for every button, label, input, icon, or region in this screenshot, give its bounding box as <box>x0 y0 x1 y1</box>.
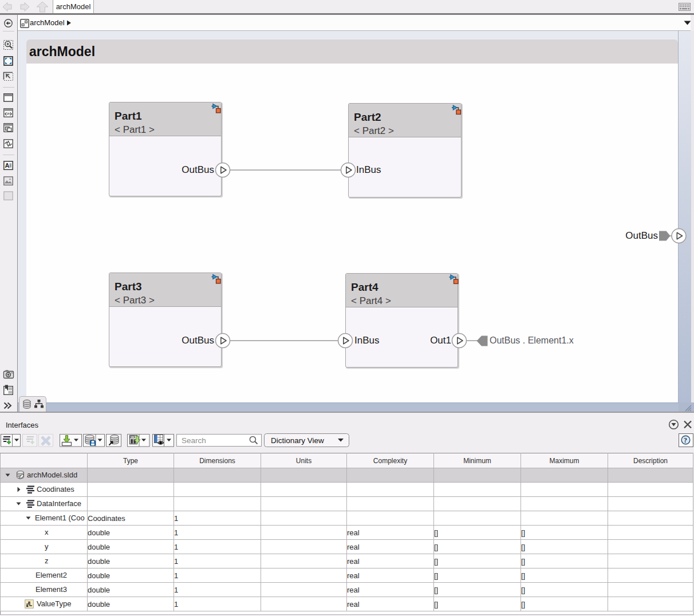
svg-text:Dictionary View: Dictionary View <box>271 436 324 445</box>
svg-text:A: A <box>5 162 9 169</box>
svg-text:?: ? <box>684 436 687 444</box>
svg-text:Search: Search <box>182 436 206 445</box>
